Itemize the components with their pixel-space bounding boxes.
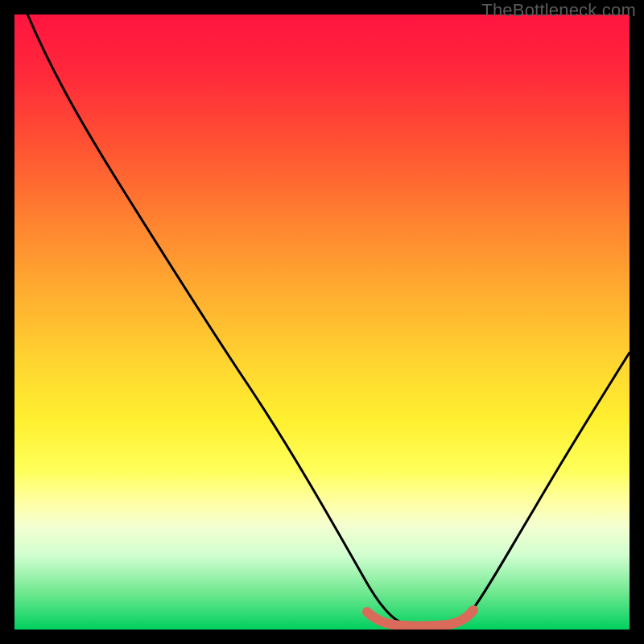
plot-area [14, 14, 630, 630]
watermark-text: TheBottleneck.com [481, 0, 636, 21]
chart-frame: TheBottleneck.com [0, 0, 644, 644]
chart-svg [14, 14, 630, 630]
optimal-zone [367, 610, 473, 626]
bottleneck-curve [21, 14, 630, 627]
